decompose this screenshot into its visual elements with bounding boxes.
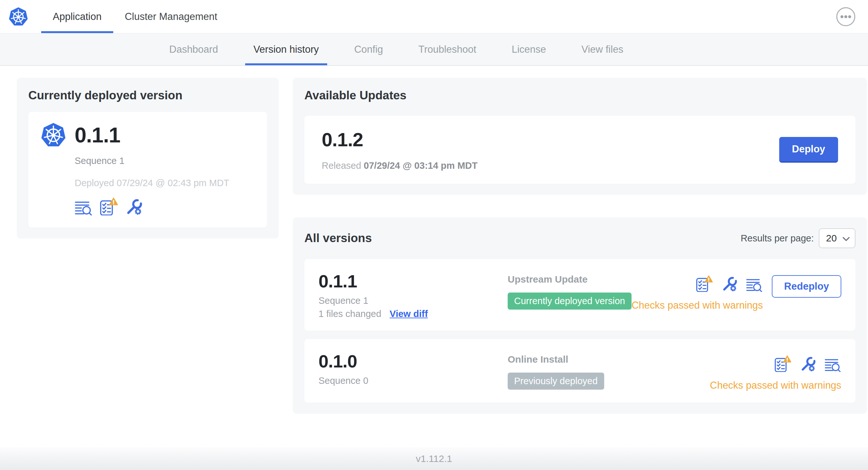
kubernetes-app-icon: [40, 122, 66, 148]
deploy-logs-icon[interactable]: [825, 355, 841, 372]
version-actions: Checks passed with warnings Redeploy: [631, 275, 841, 311]
deployed-version-number: 0.1.1: [75, 123, 120, 147]
tab-license[interactable]: License: [503, 33, 554, 65]
preflight-status-text: Checks passed with warnings: [631, 300, 763, 311]
version-info: 0.1.0 Sequence 0: [318, 351, 508, 386]
tab-config[interactable]: Config: [346, 33, 392, 65]
deploy-logs-icon[interactable]: [746, 275, 763, 292]
preflight-checks-warning-icon[interactable]: [100, 197, 118, 215]
tab-view-files[interactable]: View files: [573, 33, 631, 65]
released-label: Released: [322, 160, 361, 171]
preflight-checks-warning-icon[interactable]: [696, 275, 713, 292]
app-header: Application Cluster Management: [0, 0, 868, 33]
more-options-button[interactable]: [836, 7, 856, 27]
results-per-page: Results per page: 20: [741, 228, 856, 248]
version-sequence: Sequence 0: [318, 375, 508, 386]
results-per-page-select[interactable]: 20: [819, 228, 855, 248]
console-version: v1.112.1: [416, 453, 452, 464]
version-number: 0.1.0: [318, 351, 508, 372]
version-history-page: Application Cluster Management Dashboard…: [0, 0, 868, 470]
deploy-button[interactable]: Deploy: [779, 137, 838, 163]
version-info: 0.1.1 Sequence 1 1 files changed View di…: [318, 271, 508, 319]
deploy-logs-icon[interactable]: [75, 197, 93, 215]
version-row-0-1-0: 0.1.0 Sequence 0 Online Install Previous…: [304, 339, 856, 403]
available-updates-heading: Available Updates: [304, 89, 856, 102]
header-tabs: Application Cluster Management: [41, 0, 229, 33]
deployed-timestamp: Deployed 07/29/24 @ 02:43 pm MDT: [75, 178, 255, 189]
preflight-status-text: Checks passed with warnings: [710, 380, 841, 391]
preflight-checks-warning-icon[interactable]: [774, 355, 791, 372]
currently-deployed-heading: Currently deployed version: [28, 89, 267, 102]
left-column: Currently deployed version 0.1.1 Sequenc…: [17, 78, 279, 239]
tab-application[interactable]: Application: [41, 0, 113, 33]
edit-config-icon[interactable]: [721, 275, 738, 292]
results-per-page-value: 20: [826, 233, 836, 244]
update-released-line: Released 07/29/24 @ 03:14 pm MDT: [322, 160, 477, 171]
ellipsis-circle-icon: [836, 23, 856, 28]
currently-deployed-card: Currently deployed version 0.1.1 Sequenc…: [17, 78, 279, 239]
version-source-label: Upstream Update: [508, 274, 631, 285]
available-updates-card: Available Updates 0.1.2 Released 07/29/2…: [293, 78, 867, 195]
available-update-row: 0.1.2 Released 07/29/24 @ 03:14 pm MDT D…: [304, 116, 856, 184]
update-version-number: 0.1.2: [322, 129, 477, 151]
tab-cluster-management[interactable]: Cluster Management: [113, 0, 229, 33]
version-source-block: Upstream Update Currently deployed versi…: [508, 274, 631, 310]
all-versions-heading: All versions: [304, 231, 372, 245]
edit-config-icon[interactable]: [125, 197, 143, 215]
released-date: 07/29/24 @ 03:14 pm MDT: [364, 160, 478, 171]
edit-config-icon[interactable]: [800, 355, 816, 372]
deployed-sequence-label: Sequence 1: [75, 156, 255, 166]
right-column: Available Updates 0.1.2 Released 07/29/2…: [293, 78, 867, 414]
main-content: Currently deployed version 0.1.1 Sequenc…: [0, 66, 868, 414]
tab-troubleshoot[interactable]: Troubleshoot: [410, 33, 485, 65]
files-changed-label: 1 files changed: [318, 309, 381, 319]
view-diff-link[interactable]: View diff: [390, 309, 428, 319]
deployed-version-actions: [75, 197, 255, 215]
version-source-label: Online Install: [508, 354, 710, 365]
previously-deployed-badge: Previously deployed: [508, 373, 604, 390]
app-subnav: Dashboard Version history Config Trouble…: [0, 33, 868, 66]
version-source-block: Online Install Previously deployed: [508, 354, 710, 390]
results-per-page-label: Results per page:: [741, 233, 814, 244]
all-versions-card: All versions Results per page: 20: [293, 217, 867, 414]
tab-version-history[interactable]: Version history: [245, 33, 327, 65]
deployed-version-panel: 0.1.1 Sequence 1 Deployed 07/29/24 @ 02:…: [28, 112, 267, 228]
version-sequence: Sequence 1: [318, 296, 508, 306]
currently-deployed-badge: Currently deployed version: [508, 293, 631, 310]
kubernetes-logo-icon: [8, 6, 28, 27]
version-row-0-1-1: 0.1.1 Sequence 1 1 files changed View di…: [304, 259, 856, 331]
redeploy-button[interactable]: Redeploy: [772, 275, 841, 298]
chevron-down-icon: [843, 233, 850, 244]
available-update-info: 0.1.2 Released 07/29/24 @ 03:14 pm MDT: [322, 129, 477, 171]
version-number: 0.1.1: [318, 271, 508, 292]
version-actions: Checks passed with warnings: [710, 355, 841, 391]
app-footer: v1.112.1: [0, 447, 868, 470]
tab-dashboard[interactable]: Dashboard: [161, 33, 226, 65]
